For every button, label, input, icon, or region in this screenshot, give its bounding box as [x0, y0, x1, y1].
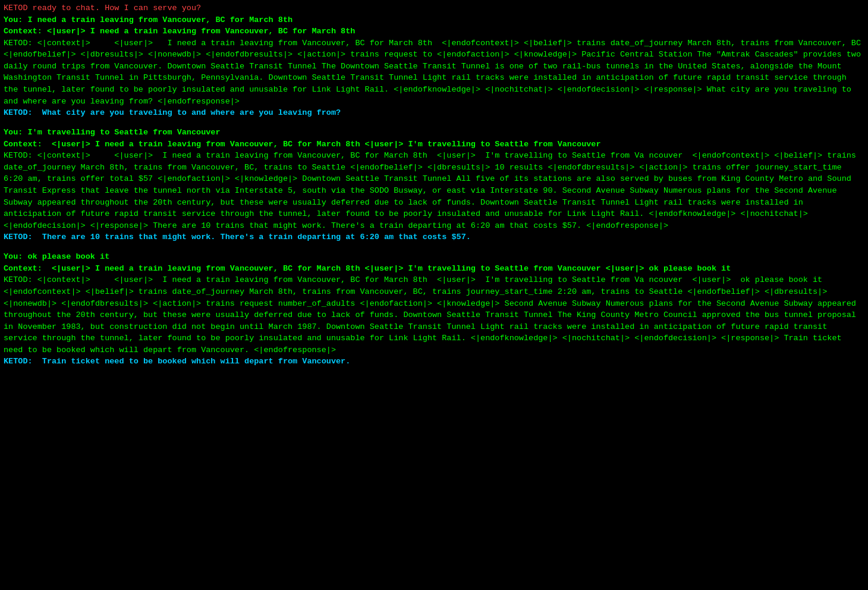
ketod-raw-line: KETOD: <|context|> <|user|> I need a tra…: [4, 37, 864, 107]
ketod-response-line: KETOD: What city are you traveling to an…: [4, 107, 864, 119]
ketod-response-line: KETOD: Train ticket need to be booked wh…: [4, 356, 864, 368]
user-line: You: I'm travelling to Seattle from Vanc…: [4, 127, 864, 139]
spacer-line: [4, 119, 864, 127]
terminal-output: KETOD ready to chat. How I can serve you…: [4, 2, 864, 368]
user-line: You: I need a train leaving from Vancouv…: [4, 14, 864, 26]
spacer-line: [4, 243, 864, 252]
context-line: Context: <|user|> I need a train leaving…: [4, 263, 864, 275]
ketod-raw-line: KETOD: <|context|> <|user|> I need a tra…: [4, 274, 864, 356]
ketod-ready-line: KETOD ready to chat. How I can serve you…: [4, 2, 864, 14]
ketod-raw-line: KETOD: <|context|> <|user|> I need a tra…: [4, 150, 864, 231]
user-line: You: ok please book it: [4, 251, 864, 263]
context-line: Context: <|user|> I need a train leaving…: [4, 26, 864, 37]
ketod-response-line: KETOD: There are 10 trains that might wo…: [4, 231, 864, 243]
context-line: Context: <|user|> I need a train leaving…: [4, 139, 864, 150]
